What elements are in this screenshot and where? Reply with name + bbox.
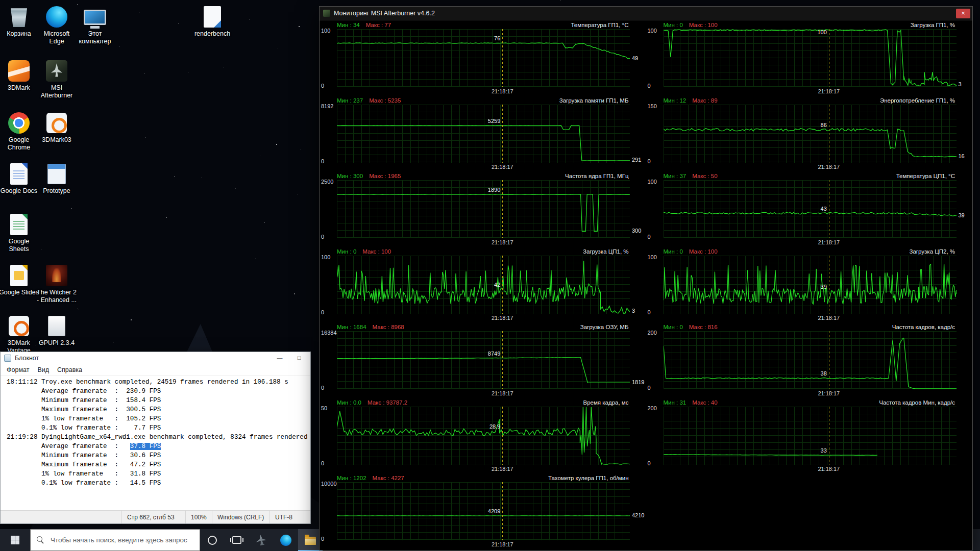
chart-time-axis: 21:18:17 bbox=[320, 540, 646, 549]
menu-item[interactable]: Справка bbox=[53, 366, 86, 373]
chart-gpu-load: Мин : 0Макс : 100Загрузка ГП1, %10001003… bbox=[646, 20, 973, 96]
axis-max-label: 50 bbox=[321, 405, 327, 411]
desktop-icon-3dmark03[interactable]: 3DMark03 bbox=[32, 111, 81, 144]
chart-min-label: Мин : 0.0 bbox=[337, 399, 361, 406]
axis-max-label: 8192 bbox=[321, 103, 333, 109]
notepad-titlebar[interactable]: Блокнот — □ bbox=[1, 352, 310, 364]
chart-max-label: Макс : 77 bbox=[366, 22, 391, 28]
axis-max-label: 200 bbox=[648, 405, 657, 411]
chart-header: Мин : 12Макс : 89Энергопотребление ГП1, … bbox=[646, 96, 973, 105]
chart-plot-fan-tachometer[interactable]: 10000042094210 bbox=[337, 482, 630, 540]
chart-header: Мин : 300Макс : 1965Частота ядра ГП1, МГ… bbox=[320, 171, 646, 180]
close-button[interactable]: × bbox=[956, 9, 970, 18]
desktop-icon-label: MSI Afterburner bbox=[36, 84, 77, 99]
desktop-icon-label: Prototype bbox=[36, 187, 77, 195]
taskbar-afterburner-button[interactable] bbox=[249, 529, 274, 551]
3dmark-vantage-icon bbox=[7, 314, 31, 338]
cursor-value-label: 42 bbox=[494, 282, 500, 288]
chart-plot-cpu-temp[interactable]: 10004339 bbox=[664, 180, 957, 238]
timestamp-label: 21:18:17 bbox=[492, 88, 513, 94]
desktop-icon-gpupi[interactable]: GPUPI 2.3.4 bbox=[32, 314, 81, 347]
star bbox=[249, 19, 250, 20]
cursor-value-label: 100 bbox=[817, 29, 826, 35]
windows-logo-icon bbox=[11, 536, 19, 544]
chart-min-label: Мин : 0 bbox=[664, 324, 683, 330]
desktop-icon-prototype[interactable]: Prototype bbox=[32, 162, 81, 195]
current-value-label: 4210 bbox=[632, 512, 644, 518]
timestamp-label: 21:18:17 bbox=[818, 239, 840, 245]
timestamp-label: 21:18:17 bbox=[818, 466, 840, 472]
maximize-button[interactable]: □ bbox=[290, 352, 308, 364]
cursor-marker bbox=[829, 331, 829, 389]
cortana-button[interactable] bbox=[200, 529, 225, 551]
timestamp-label: 21:18:17 bbox=[818, 88, 840, 94]
timestamp-label: 21:18:17 bbox=[492, 390, 513, 396]
chart-plot-gpu-temp[interactable]: 10007649 bbox=[337, 29, 630, 87]
star bbox=[79, 310, 79, 310]
notepad-line: Average framerate : 37.8 FPS bbox=[7, 442, 310, 451]
afterburner-graph-area: Мин : 34Макс : 77Температура ГП1, °C1000… bbox=[320, 20, 972, 550]
chart-header: Мин : 0Макс : 100Загрузка ГП1, % bbox=[646, 20, 973, 29]
axis-max-label: 100 bbox=[648, 28, 657, 34]
star bbox=[178, 23, 179, 23]
axis-max-label: 16384 bbox=[321, 330, 337, 336]
star bbox=[77, 309, 78, 309]
star bbox=[174, 176, 175, 177]
task-view-button[interactable] bbox=[225, 529, 249, 551]
chart-plot-framerate-min[interactable]: 200033 bbox=[664, 407, 957, 465]
chart-min-label: Мин : 237 bbox=[337, 97, 363, 104]
chart-plot-framerate[interactable]: 200038 bbox=[664, 331, 957, 389]
chart-framerate: Мин : 0Макс : 816Частота кадров, кадр/с2… bbox=[646, 322, 973, 398]
cursor-value-label: 4209 bbox=[488, 508, 500, 514]
cursor-value-label: 1890 bbox=[488, 187, 500, 193]
chart-time-axis: 21:18:17 bbox=[320, 389, 646, 398]
afterburner-titlebar[interactable]: Мониторинг MSI Afterburner v4.6.2 × bbox=[320, 7, 972, 20]
chart-plot-gpu-power[interactable]: 15008616 bbox=[664, 105, 957, 163]
cursor-value-label: 76 bbox=[494, 35, 500, 41]
desktop-icon-witcher2[interactable]: The Witcher 2 - Enhanced ... bbox=[32, 264, 81, 304]
menu-item[interactable]: Формат bbox=[3, 366, 33, 373]
taskbar-search[interactable]: Чтобы начать поиск, введите здесь запрос bbox=[30, 529, 200, 551]
chart-plot-gpu-mem[interactable]: 819205259291 bbox=[337, 105, 630, 163]
chart-time-axis: 21:18:17 bbox=[320, 163, 646, 171]
cortana-icon bbox=[208, 536, 217, 545]
desktop-icon-msi-afterburner[interactable]: MSI Afterburner bbox=[32, 59, 81, 99]
desktop-icon-google-sheets[interactable]: Google Sheets bbox=[0, 213, 43, 253]
chart-header: Мин : 37Макс : 50Температура ЦП1, °C bbox=[646, 171, 973, 180]
cursor-marker bbox=[502, 180, 503, 238]
current-value-label: 3 bbox=[632, 308, 635, 314]
menu-item[interactable]: Вид bbox=[33, 366, 53, 373]
chart-title: Загрузка памяти ГП1, МБ bbox=[559, 97, 629, 104]
notepad-statusbar: Стр 662, стлб 53100%Windows (CRLF)UTF-8 bbox=[1, 510, 310, 523]
chart-plot-gpu-load[interactable]: 10001003 bbox=[664, 29, 957, 87]
edge-icon bbox=[280, 535, 291, 546]
notepad-window: Блокнот — □ ФорматВидСправка 18:11:12 Tr… bbox=[0, 352, 311, 524]
chart-plot-frametime[interactable]: 50028.9 bbox=[337, 407, 630, 465]
chart-plot-cpu2-load[interactable]: 100039 bbox=[664, 256, 957, 314]
chart-plot-gpu-core-clock[interactable]: 250001890300 bbox=[337, 180, 630, 238]
status-cell bbox=[1, 511, 121, 523]
star bbox=[235, 188, 236, 189]
chart-gpu-temp: Мин : 34Макс : 77Температура ГП1, °C1000… bbox=[320, 20, 646, 96]
chart-plot-ram-usage[interactable]: 16384087491819 bbox=[337, 331, 630, 389]
minimize-button[interactable]: — bbox=[271, 352, 289, 364]
renderbench-icon bbox=[201, 5, 224, 29]
chart-plot-cpu1-load[interactable]: 1000423 bbox=[337, 256, 630, 314]
cursor-value-label: 33 bbox=[821, 447, 827, 454]
axis-max-label: 10000 bbox=[321, 481, 337, 487]
desktop-icon-renderbench[interactable]: renderbench bbox=[188, 5, 237, 38]
chart-title: Температура ГП1, °C bbox=[571, 22, 628, 28]
taskbar-edge-button[interactable] bbox=[274, 529, 298, 551]
notepad-line: Maximum framerate : 47.2 FPS bbox=[7, 460, 310, 469]
gpupi-icon bbox=[45, 314, 68, 338]
chart-time-axis: 21:18:17 bbox=[646, 465, 973, 473]
afterburner-app-icon bbox=[323, 10, 330, 17]
desktop-icon-this-pc[interactable]: Этот компьютер bbox=[70, 5, 119, 45]
start-button[interactable] bbox=[0, 529, 30, 551]
chart-ram-usage: Мин : 1684Макс : 8968Загрузка ОЗУ, МБ163… bbox=[320, 322, 646, 398]
chrome-icon bbox=[7, 111, 31, 135]
chart-title: Частота кадров Мин, кадр/с bbox=[879, 399, 955, 406]
chart-time-axis: 21:18:17 bbox=[646, 314, 973, 322]
timestamp-label: 21:18:17 bbox=[818, 315, 840, 321]
notepad-text-area[interactable]: 18:11:12 Troy.exe benchmark completed, 2… bbox=[1, 375, 310, 510]
